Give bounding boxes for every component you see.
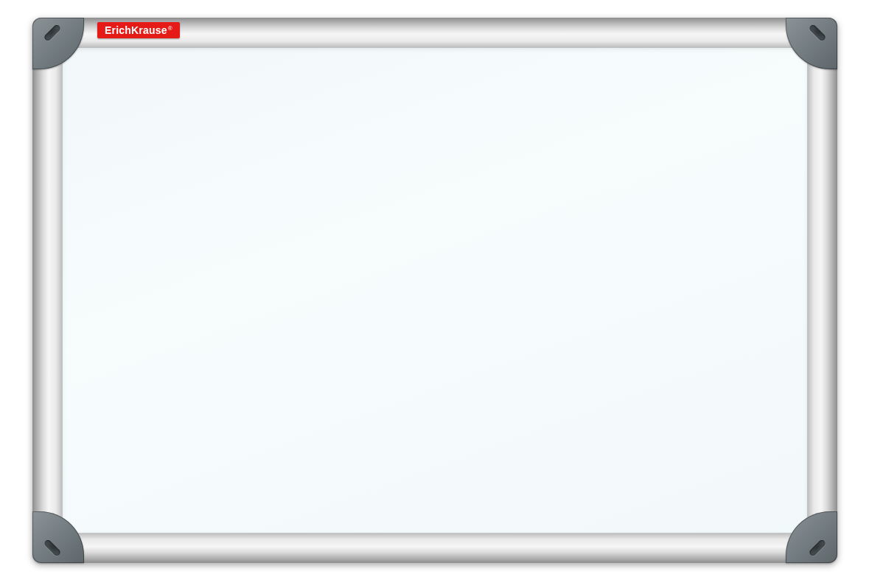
- mount-slot-icon: [809, 24, 827, 42]
- brand-badge: ErichKrause®: [97, 22, 180, 38]
- mount-slot-icon: [43, 24, 62, 42]
- whiteboard-surface: [62, 47, 808, 533]
- product-image: ErichKrause®: [0, 0, 869, 588]
- frame-left: [32, 18, 62, 563]
- mount-slot-icon: [43, 539, 62, 557]
- registered-icon: ®: [168, 25, 172, 32]
- brand-label: ErichKrause: [105, 24, 167, 36]
- whiteboard: ErichKrause®: [32, 18, 837, 563]
- frame-bottom: [32, 533, 837, 563]
- mount-slot-icon: [809, 539, 827, 557]
- frame-right: [808, 18, 837, 563]
